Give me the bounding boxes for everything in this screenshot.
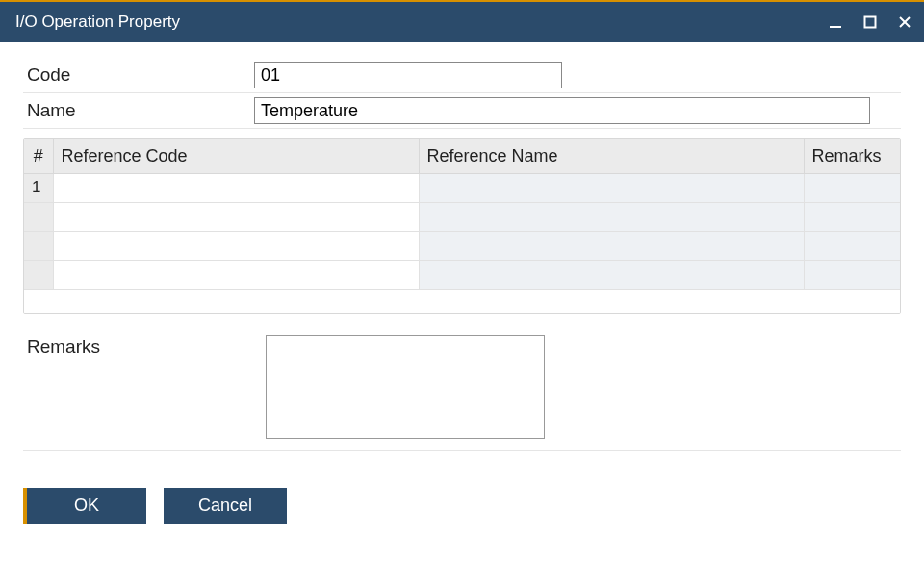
- cell-refname[interactable]: [419, 202, 804, 231]
- cancel-button[interactable]: Cancel: [164, 488, 287, 524]
- table-row[interactable]: 1: [24, 173, 900, 202]
- remarks-textarea[interactable]: [266, 335, 545, 439]
- col-header-remarks[interactable]: Remarks: [804, 139, 900, 173]
- cell-refcode[interactable]: [53, 260, 419, 289]
- cell-remarks[interactable]: [804, 231, 900, 260]
- maximize-icon: [863, 15, 877, 29]
- name-label: Name: [23, 100, 254, 121]
- cell-refcode[interactable]: [53, 173, 419, 202]
- remarks-row: Remarks: [23, 335, 901, 451]
- name-row: Name: [23, 95, 901, 129]
- table-header-row: # Reference Code Reference Name Remarks: [24, 139, 900, 173]
- cell-num: [24, 231, 53, 260]
- dialog-content: Code Name # Reference Code Reference Nam…: [0, 42, 924, 579]
- cell-remarks[interactable]: [804, 173, 900, 202]
- titlebar[interactable]: I/O Operation Property: [0, 2, 924, 42]
- table-row[interactable]: [24, 202, 900, 231]
- code-input[interactable]: [254, 62, 562, 88]
- cell-refcode[interactable]: [53, 202, 419, 231]
- reference-table-wrap: # Reference Code Reference Name Remarks …: [23, 138, 901, 314]
- table-footer-space: [24, 290, 900, 313]
- svg-rect-1: [865, 17, 876, 28]
- cell-remarks[interactable]: [804, 260, 900, 289]
- col-header-refcode[interactable]: Reference Code: [53, 139, 419, 173]
- maximize-button[interactable]: [860, 13, 880, 32]
- col-header-num[interactable]: #: [24, 139, 53, 173]
- cell-refname[interactable]: [419, 231, 804, 260]
- cell-num: [24, 260, 53, 289]
- minimize-icon: [828, 14, 843, 30]
- dialog-window: I/O Operation Property Code Name: [0, 0, 924, 579]
- cell-remarks[interactable]: [804, 202, 900, 231]
- close-button[interactable]: [895, 13, 914, 32]
- window-controls: [826, 13, 914, 32]
- close-icon: [898, 15, 911, 29]
- ok-button[interactable]: OK: [23, 488, 146, 524]
- code-label: Code: [23, 64, 254, 86]
- cell-refcode[interactable]: [53, 231, 419, 260]
- table-row[interactable]: [24, 231, 900, 260]
- cell-num: [24, 202, 53, 231]
- name-input[interactable]: [254, 97, 870, 124]
- cell-num: 1: [24, 173, 53, 202]
- cell-refname[interactable]: [419, 173, 804, 202]
- button-row: OK Cancel: [23, 488, 901, 524]
- table-row[interactable]: [24, 260, 900, 289]
- col-header-refname[interactable]: Reference Name: [419, 139, 804, 173]
- window-title: I/O Operation Property: [15, 13, 826, 32]
- cell-refname[interactable]: [419, 260, 804, 289]
- minimize-button[interactable]: [826, 13, 845, 32]
- code-row: Code: [23, 60, 901, 93]
- remarks-label: Remarks: [23, 335, 266, 439]
- reference-table: # Reference Code Reference Name Remarks …: [24, 139, 900, 290]
